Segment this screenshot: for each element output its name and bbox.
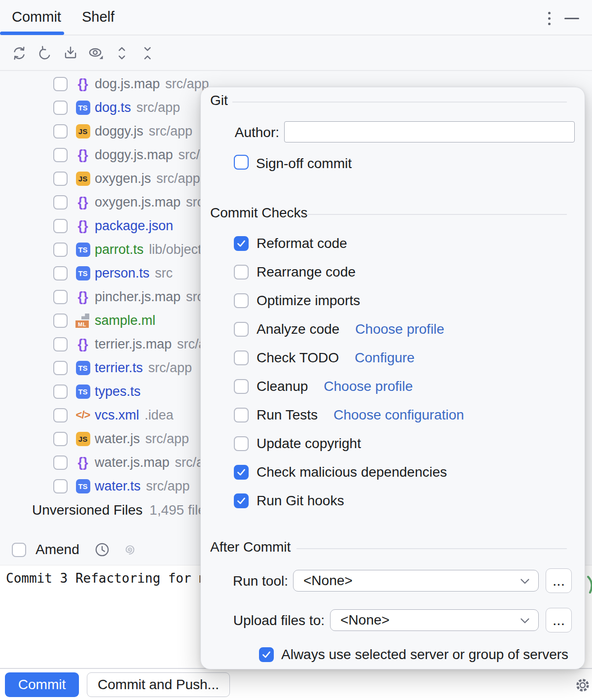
file-checkbox[interactable] [53,314,68,328]
file-checkbox[interactable] [53,385,68,399]
commit-message-spiral-icon[interactable] [122,542,137,557]
file-name: dog.js.map [95,76,160,92]
always-use-server-row: Always use selected server or group of s… [259,647,568,663]
commit-check-row: Optimize imports [201,286,586,315]
file-name: parrot.ts [95,242,144,257]
commit-button[interactable]: Commit [5,672,79,697]
commit-check-row: Update copyright [201,429,586,458]
file-path: src/app [165,76,209,92]
commit-check-checkbox[interactable] [234,379,249,394]
after-commit-separator [296,548,567,549]
clipped-green-indicator [587,570,592,595]
file-checkbox[interactable] [53,361,68,375]
file-checkbox[interactable] [53,337,68,351]
commit-checks-section-label: Commit Checks [210,205,308,221]
file-name: package.json [95,218,173,234]
typescript-file-icon: TS [75,360,90,375]
file-name: dog.ts [95,100,131,115]
commit-check-checkbox[interactable] [234,236,249,251]
file-path: src/app [156,171,200,186]
commit-check-checkbox[interactable] [234,465,249,480]
file-path: src/app [137,100,181,115]
tab-shelf[interactable]: Shelf [82,9,114,25]
json-braces-file-icon: {} [75,147,90,162]
rollback-icon[interactable] [37,45,53,62]
commit-check-row: CleanupChoose profile [201,372,586,401]
file-name: water.js [95,431,140,447]
commit-check-link[interactable]: Choose profile [324,379,413,394]
file-name: water.js.map [95,455,170,470]
file-checkbox[interactable] [53,195,68,210]
commit-check-row: Run Git hooks [201,487,586,515]
upload-files-browse-button[interactable]: ... [546,608,572,632]
file-name: terrier.ts [95,360,143,376]
more-options-kebab-icon[interactable] [543,9,555,30]
commit-check-checkbox[interactable] [234,350,249,365]
commit-check-link[interactable]: Choose configuration [333,407,464,423]
always-use-server-checkbox[interactable] [259,647,274,662]
file-name: oxygen.js.map [95,195,181,210]
json-braces-file-icon: {} [75,289,90,304]
signoff-commit-label: Sign-off commit [256,156,352,172]
commit-check-link[interactable]: Configure [355,350,414,366]
tool-window-header: Commit Shelf [0,0,592,35]
commit-and-push-button[interactable]: Commit and Push... [87,672,230,697]
get-from-vcs-icon[interactable] [62,45,79,62]
file-name: sample.ml [95,313,155,328]
commit-check-checkbox[interactable] [234,408,249,422]
file-checkbox[interactable] [53,219,68,233]
commit-check-checkbox[interactable] [234,293,249,308]
file-checkbox[interactable] [53,243,68,257]
run-tool-label: Run tool: [201,573,288,589]
commit-checks-separator [306,214,567,215]
json-braces-file-icon: {} [75,337,90,351]
tab-commit[interactable]: Commit [12,9,61,25]
file-checkbox[interactable] [53,124,68,139]
commit-check-checkbox[interactable] [234,265,249,280]
collapse-all-icon[interactable] [139,45,156,62]
file-checkbox[interactable] [53,172,68,186]
run-tool-browse-button[interactable]: ... [546,568,572,593]
file-name: doggy.js [95,124,144,139]
file-name: doggy.js.map [95,147,173,163]
commit-footer: Commit Commit and Push... [0,668,592,700]
hide-tool-window-icon[interactable] [564,18,579,19]
file-name: vcs.xml [95,408,139,423]
commit-check-label: Optimize imports [257,293,360,309]
upload-files-dropdown[interactable]: <None> [330,609,539,631]
run-tool-value: <None> [303,573,353,589]
json-braces-file-icon: {} [75,195,90,210]
file-checkbox[interactable] [53,77,68,91]
preview-diff-eye-icon[interactable] [87,45,104,62]
file-checkbox[interactable] [53,266,68,280]
commit-check-row: Run TestsChoose configuration [201,401,586,429]
file-checkbox[interactable] [53,290,68,304]
file-checkbox[interactable] [53,432,68,446]
expand-all-icon[interactable] [113,45,130,62]
commit-check-checkbox[interactable] [234,493,249,508]
commit-history-clock-icon[interactable] [94,542,110,558]
settings-gear-icon[interactable] [574,676,592,694]
file-path: .idea [145,408,174,423]
signoff-commit-checkbox[interactable] [234,155,249,170]
file-name: water.ts [95,479,141,494]
commit-checks-list: Reformat codeRearrange codeOptimize impo… [201,229,586,515]
json-braces-file-icon: {} [75,218,90,233]
file-name: terrier.js.map [95,337,172,352]
file-checkbox[interactable] [53,148,68,162]
typescript-file-icon: TS [75,266,90,280]
file-checkbox[interactable] [53,408,68,422]
author-input[interactable] [284,121,575,142]
commit-check-checkbox[interactable] [234,322,249,337]
commit-check-checkbox[interactable] [234,436,249,451]
file-checkbox[interactable] [53,101,68,115]
file-checkbox[interactable] [53,479,68,493]
file-checkbox[interactable] [53,455,68,470]
file-path: src/app [146,431,189,447]
file-path: lib/objects [149,242,208,257]
run-tool-dropdown[interactable]: <None> [293,570,539,592]
amend-checkbox[interactable] [12,543,26,557]
file-name: person.ts [95,266,149,281]
refresh-icon[interactable] [11,45,28,62]
commit-check-link[interactable]: Choose profile [355,321,444,337]
